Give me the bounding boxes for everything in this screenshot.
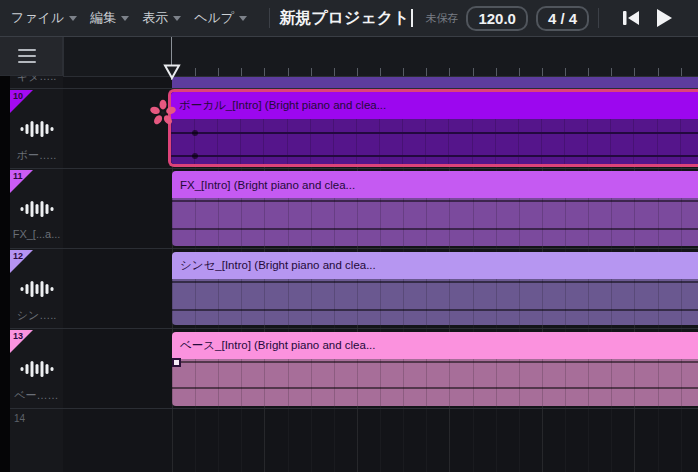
waveform-line <box>171 132 698 134</box>
chevron-down-icon <box>239 16 247 21</box>
waveform-icon <box>20 201 53 217</box>
project-title-field[interactable]: 新規プロジェクト <box>279 8 413 29</box>
left-gutter <box>0 37 10 472</box>
waveform-line <box>172 281 698 283</box>
clip-fx[interactable]: FX_[Intro] (Bright piano and clea... <box>172 171 698 246</box>
skip-to-start-button[interactable] <box>622 9 641 27</box>
divider <box>598 8 599 28</box>
clip-body <box>171 119 698 164</box>
clip-body <box>172 359 698 406</box>
row-separator <box>10 248 698 249</box>
menu-view[interactable]: 表示 <box>142 9 181 27</box>
waveform-line <box>172 309 698 311</box>
bpm-display[interactable]: 120.0 <box>466 6 528 31</box>
clip-title: シンセ_[Intro] (Bright piano and clea... <box>180 258 376 273</box>
track-label: ボー….. <box>10 148 63 163</box>
project-title: 新規プロジェクト <box>279 8 409 29</box>
waveform-line <box>172 200 698 202</box>
playhead-marker[interactable] <box>163 64 181 84</box>
waveform-line <box>172 228 698 230</box>
row-separator <box>10 408 698 409</box>
track-header-synth[interactable]: 12 シン….. <box>10 249 63 329</box>
track-header-empty[interactable]: 14 <box>10 409 63 472</box>
track-number: 10 <box>13 91 23 101</box>
sakura-cursor-icon <box>149 99 177 131</box>
text-cursor <box>411 9 413 27</box>
clip-title: ボーカル_[Intro] (Bright piano and clea... <box>179 98 386 113</box>
clip-bass[interactable]: ベース_[Intro] (Bright piano and clea... <box>172 332 698 406</box>
clip-body <box>172 279 698 325</box>
chevron-down-icon <box>173 16 181 21</box>
track-number: 11 <box>13 171 23 181</box>
save-status: 未保存 <box>425 11 458 26</box>
clip-title: ベース_[Intro] (Bright piano and clea... <box>180 338 376 353</box>
waveform-line <box>172 361 698 363</box>
menu-help-label: ヘルプ <box>194 9 234 27</box>
menu-edit[interactable]: 編集 <box>90 9 129 27</box>
chevron-down-icon <box>121 16 129 21</box>
skip-to-start-icon <box>622 9 641 27</box>
divider <box>269 8 270 28</box>
track-header-fx[interactable]: 11 FX_[...a... <box>10 169 63 249</box>
play-icon <box>655 8 673 28</box>
track-number: 12 <box>13 251 23 261</box>
menu-edit-label: 編集 <box>90 9 116 27</box>
track-header-bass[interactable]: 13 ベー…… <box>10 329 63 409</box>
menu-icon[interactable] <box>18 45 36 67</box>
menu-file-label: ファイル <box>11 9 64 27</box>
clip-synth[interactable]: シンセ_[Intro] (Bright piano and clea... <box>172 252 698 325</box>
track-number: 13 <box>13 331 23 341</box>
waveform-icon <box>20 121 53 137</box>
menu-view-label: 表示 <box>142 9 168 27</box>
track-label: FX_[...a... <box>10 228 63 240</box>
clip-header: ベース_[Intro] (Bright piano and clea... <box>172 332 698 359</box>
track-label: シン….. <box>10 308 63 323</box>
clip-stretch-handle[interactable] <box>172 358 181 367</box>
ruler-ticks <box>172 68 698 76</box>
top-bar: ファイル 編集 表示 ヘルプ 新規プロジェクト 未保存 120.0 4 / 4 <box>0 0 698 37</box>
waveform-line <box>171 155 698 157</box>
waveform-icon <box>20 281 53 297</box>
corner-block <box>0 37 63 76</box>
clip-title: FX_[Intro] (Bright piano and clea... <box>180 179 355 191</box>
playhead-triangle-icon <box>163 64 181 80</box>
clip-header: ボーカル_[Intro] (Bright piano and clea... <box>171 92 698 119</box>
track-number: 14 <box>14 413 25 424</box>
menu-file[interactable]: ファイル <box>11 9 77 27</box>
row-separator <box>10 168 698 169</box>
track-header-vocal[interactable]: 10 ボー….. <box>10 89 63 169</box>
chevron-down-icon <box>69 16 77 21</box>
waveform-icon <box>20 361 53 377</box>
clip-vocal[interactable]: ボーカル_[Intro] (Bright piano and clea... <box>168 89 698 167</box>
play-button[interactable] <box>655 8 673 28</box>
row-separator <box>10 328 698 329</box>
menu-help[interactable]: ヘルプ <box>194 9 247 27</box>
clip-header: シンセ_[Intro] (Bright piano and clea... <box>172 252 698 279</box>
time-signature-display[interactable]: 4 / 4 <box>536 6 589 31</box>
track-label: ベー…… <box>10 388 63 403</box>
app-window: ファイル 編集 表示 ヘルプ 新規プロジェクト 未保存 120.0 4 / 4 <box>0 0 698 472</box>
clip-header: FX_[Intro] (Bright piano and clea... <box>172 171 698 198</box>
waveform-line <box>172 387 698 389</box>
clip-partial[interactable] <box>172 77 698 88</box>
clip-body <box>172 198 698 246</box>
